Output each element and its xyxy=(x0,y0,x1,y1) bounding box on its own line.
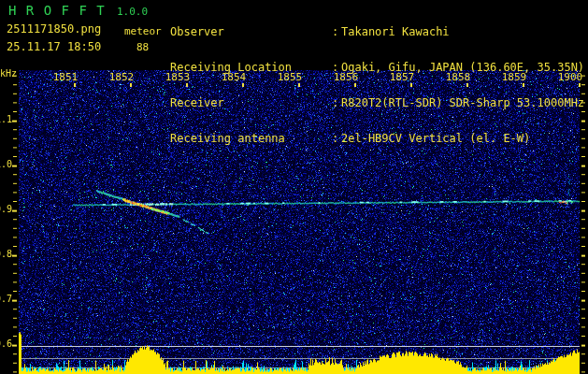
date-time: 25.11.17 18:50 xyxy=(7,41,101,52)
info-colon: : xyxy=(332,25,341,38)
y-tick-label: 1.0 xyxy=(0,160,12,169)
info-row-antenna: Receiving antenna:2el-HB9CV Vertical (el… xyxy=(170,132,584,145)
x-tick-label: 1857 xyxy=(385,72,419,82)
app-version: 1.0.0 xyxy=(117,7,148,17)
output-filename: 2511171850.png xyxy=(7,23,101,35)
info-value: R820T2(RTL-SDR) SDR-Sharp 53.1000MHz xyxy=(341,96,584,109)
x-tick-label: 1855 xyxy=(273,72,307,82)
x-tick-label: 1900 xyxy=(553,72,587,82)
hrofft-screen: H R O F F T 1.0.0 2511171850.png meteor … xyxy=(0,0,588,374)
info-colon: : xyxy=(332,96,341,109)
y-axis-unit-label: kHz xyxy=(0,69,17,79)
info-row-observer: Observer:Takanori Kawachi xyxy=(170,25,584,38)
info-label: Receiving antenna xyxy=(170,132,332,145)
x-tick-label: 1856 xyxy=(329,72,363,82)
x-tick-label: 1852 xyxy=(105,72,138,82)
x-tick-label: 1854 xyxy=(217,72,251,82)
y-tick-label: 0.9 xyxy=(0,205,12,214)
y-tick-label: 1.1 xyxy=(0,115,12,124)
info-value: 2el-HB9CV Vertical (el. E-W) xyxy=(341,132,530,145)
mode-label: meteor xyxy=(124,26,162,36)
y-tick-label: 0.6 xyxy=(0,339,12,349)
station-info: Observer:Takanori Kawachi Receiving Loca… xyxy=(170,3,584,167)
info-label: Receiver xyxy=(170,96,332,109)
info-colon: : xyxy=(332,132,341,145)
info-label: Observer xyxy=(170,25,332,38)
x-tick-label: 1851 xyxy=(49,72,82,82)
x-tick-label: 1858 xyxy=(441,72,475,82)
info-value: Takanori Kawachi xyxy=(341,25,450,38)
y-tick-label: 0.7 xyxy=(0,295,12,304)
y-tick-label: 0.8 xyxy=(0,250,12,259)
x-tick-label: 1853 xyxy=(161,72,194,82)
x-tick-label: 1859 xyxy=(497,72,531,82)
info-row-receiver: Receiver:R820T2(RTL-SDR) SDR-Sharp 53.10… xyxy=(170,96,584,109)
echo-count: 88 xyxy=(136,42,149,52)
app-title: H R O F F T xyxy=(8,4,106,17)
